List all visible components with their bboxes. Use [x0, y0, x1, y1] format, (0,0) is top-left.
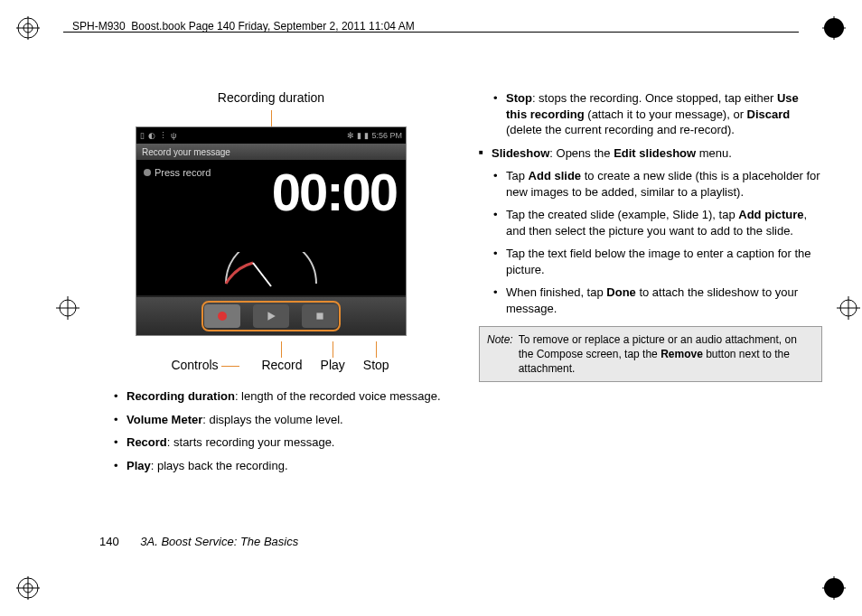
- crop-mark-icon: [56, 296, 80, 320]
- callout-record: Record: [261, 358, 302, 372]
- list-item: Record: starts recording your message.: [126, 434, 443, 451]
- voice-recorder-figure: Recording duration ▯ ◐ ⋮ ψ ✻ ▮ ▮ 5:56 PM: [122, 90, 420, 372]
- page-footer: 140 3A. Boost Service: The Basics: [99, 535, 298, 548]
- clock: 5:56 PM: [371, 131, 402, 140]
- list-item: Volume Meter: displays the volume level.: [126, 412, 443, 428]
- note-label: Note:: [487, 332, 513, 377]
- bluetooth-icon: ✻: [347, 131, 354, 140]
- crop-mark-icon: [16, 576, 40, 600]
- list-item: Stop: stops the recording. Once stopped,…: [506, 90, 822, 138]
- callout-stop: Stop: [363, 358, 389, 372]
- list-item: Play: plays back the recording.: [126, 458, 443, 474]
- list-item: Recording duration: length of the record…: [126, 388, 443, 405]
- battery-icon: ▮: [364, 131, 369, 140]
- list-item: Tap the created slide (example, Slide 1)…: [506, 207, 822, 238]
- press-record-label: Press record: [144, 167, 211, 178]
- crop-mark-icon: [837, 296, 860, 320]
- list-item: Tap the text field below the image to en…: [506, 246, 822, 277]
- stop-item-list: Stop: stops the recording. Once stopped,…: [479, 90, 822, 138]
- page-number: 140: [99, 535, 119, 548]
- status-bar: ▯ ◐ ⋮ ψ ✻ ▮ ▮ 5:56 PM: [136, 127, 406, 144]
- controls-highlight: [201, 301, 341, 331]
- list-item: Tap Add slide to create a new slide (thi…: [506, 168, 822, 200]
- section-title: 3A. Boost Service: The Basics: [140, 535, 298, 548]
- vu-meter-icon: [217, 252, 325, 288]
- pdf-header: SPH-M930_Boost.book Page 140 Friday, Sep…: [72, 20, 415, 33]
- callout-recording-duration: Recording duration: [122, 90, 420, 105]
- svg-line-20: [253, 263, 271, 286]
- left-bullet-list: Recording duration: length of the record…: [99, 388, 443, 473]
- leader-line: [271, 110, 272, 126]
- callout-controls: Controls: [171, 358, 239, 372]
- wifi-icon: ◐: [148, 131, 155, 140]
- signal-icon: ▮: [357, 131, 361, 140]
- crop-mark-icon: [822, 16, 846, 40]
- slideshow-steps: Tap Add slide to create a new slide (thi…: [479, 168, 822, 316]
- crop-mark-icon: [16, 16, 40, 40]
- crop-mark-icon: [822, 576, 846, 600]
- phone-screenshot: ▯ ◐ ⋮ ψ ✻ ▮ ▮ 5:56 PM Record your messag…: [136, 126, 407, 336]
- list-item: When finished, tap Done to attach the sl…: [506, 285, 822, 316]
- status-icon: ▯: [140, 131, 145, 140]
- note-box: Note: To remove or replace a picture or …: [479, 326, 822, 383]
- status-icon: ⋮: [159, 131, 167, 140]
- status-icon: ψ: [171, 131, 176, 140]
- controls-bar: [136, 297, 406, 335]
- slideshow-heading: Slideshow: Opens the Edit slideshow menu…: [479, 145, 822, 162]
- note-text: To remove or replace a picture or an aud…: [519, 332, 814, 377]
- list-item: Slideshow: Opens the Edit slideshow menu…: [492, 145, 822, 162]
- timer-readout: 00:00: [272, 162, 397, 222]
- screen-title: Record your message: [136, 144, 406, 160]
- callout-play: Play: [321, 358, 345, 372]
